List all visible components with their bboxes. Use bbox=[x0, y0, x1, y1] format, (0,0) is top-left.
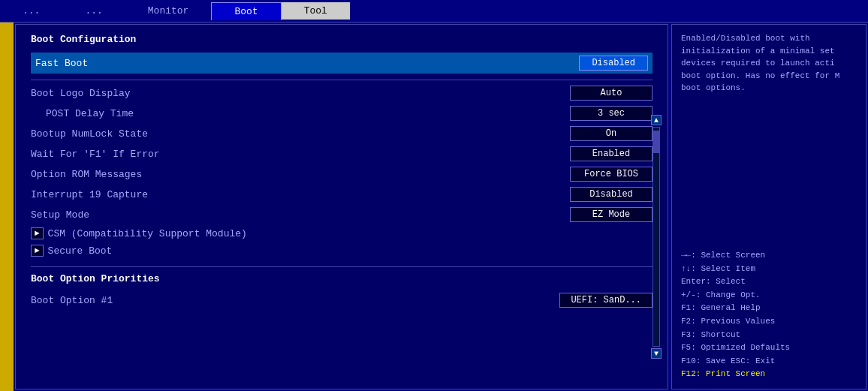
setting-numlock[interactable]: Bootup NumLock State On bbox=[31, 125, 653, 142]
setting-label-numlock: Bootup NumLock State bbox=[31, 128, 570, 140]
right-help-panel: Enabled/Disabled boot with initializatio… bbox=[671, 24, 866, 389]
submenu-arrow-secure-boot: ► bbox=[31, 245, 44, 257]
setting-label-option-rom: Option ROM Messages bbox=[31, 169, 570, 180]
keybind-section: →←: Select Screen ↑↓: Select Item Enter:… bbox=[681, 249, 857, 381]
fast-boot-value: Disabled bbox=[579, 56, 648, 71]
scrollbar[interactable]: ▲ ▼ bbox=[651, 115, 662, 359]
setting-boot-logo[interactable]: Boot Logo Display Auto bbox=[31, 85, 653, 101]
keybind-f3: F3: Shortcut bbox=[681, 329, 857, 342]
scrollbar-up[interactable]: ▲ bbox=[651, 115, 662, 125]
top-navigation: ... ... Monitor Boot Tool bbox=[0, 0, 868, 23]
setting-value-option-rom: Force BIOS bbox=[570, 167, 653, 182]
submenu-secure-boot[interactable]: ► Secure Boot bbox=[31, 244, 653, 257]
keybind-f5: F5: Optimized Defaults bbox=[681, 341, 857, 355]
boot-priorities-section: Boot Option Priorities Boot Option #1 UE… bbox=[31, 266, 653, 308]
submenu-csm[interactable]: ► CSM (Compatibility Support Module) bbox=[31, 227, 653, 240]
setting-value-boot-logo: Auto bbox=[570, 86, 653, 101]
keybind-f1: F1: General Help bbox=[681, 302, 857, 315]
nav-item-ai[interactable]: ... bbox=[62, 2, 125, 20]
setting-option-rom[interactable]: Option ROM Messages Force BIOS bbox=[31, 166, 653, 182]
submenu-label-csm: CSM (Compatibility Support Module) bbox=[48, 228, 247, 239]
setting-label-boot-logo: Boot Logo Display bbox=[31, 88, 570, 99]
setting-setup-mode[interactable]: Setup Mode EZ Mode bbox=[31, 206, 653, 223]
center-panel: Boot Configuration Fast Boot Disabled Bo… bbox=[15, 24, 668, 389]
fast-boot-label: Fast Boot bbox=[35, 58, 579, 69]
setting-label-setup-mode: Setup Mode bbox=[31, 209, 570, 221]
keybind-change-opt: +/-: Change Opt. bbox=[681, 289, 857, 302]
submenu-label-secure-boot: Secure Boot bbox=[48, 245, 113, 257]
scrollbar-down[interactable]: ▼ bbox=[651, 348, 662, 359]
setting-value-post-delay: 3 sec bbox=[570, 106, 653, 121]
left-strip-decoration bbox=[0, 23, 14, 391]
setting-label-interrupt19: Interrupt 19 Capture bbox=[31, 189, 570, 200]
setting-value-setup-mode: EZ Mode bbox=[570, 207, 653, 222]
nav-item-monitor[interactable]: Monitor bbox=[125, 2, 212, 20]
nav-item-tool[interactable]: Tool bbox=[282, 2, 350, 20]
boot-option-1-value: UEFI: SanD... bbox=[559, 293, 653, 308]
keybind-f2: F2: Previous Values bbox=[681, 315, 857, 329]
help-description: Enabled/Disabled boot with initializatio… bbox=[681, 32, 857, 242]
setting-interrupt19[interactable]: Interrupt 19 Capture Disabled bbox=[31, 186, 653, 203]
keybind-select-screen: →←: Select Screen bbox=[681, 249, 857, 263]
boot-priorities-title: Boot Option Priorities bbox=[31, 273, 653, 284]
fast-boot-row[interactable]: Fast Boot Disabled bbox=[31, 53, 653, 74]
keybind-f12: F12: Print Screen bbox=[681, 368, 857, 381]
setting-value-interrupt19: Disabled bbox=[570, 187, 653, 202]
boot-option-1-row[interactable]: Boot Option #1 UEFI: SanD... bbox=[31, 292, 653, 308]
main-area: Boot Configuration Fast Boot Disabled Bo… bbox=[0, 23, 868, 391]
keybind-f10: F10: Save ESC: Exit bbox=[681, 355, 857, 368]
scrollbar-thumb bbox=[653, 131, 659, 153]
boot-option-1-label: Boot Option #1 bbox=[31, 295, 559, 306]
divider-1 bbox=[31, 80, 653, 80]
setting-value-wait-f1: Enabled bbox=[570, 146, 653, 161]
submenu-arrow-csm: ► bbox=[31, 227, 44, 239]
setting-label-wait-f1: Wait For 'F1' If Error bbox=[31, 149, 570, 160]
scrollbar-track bbox=[653, 127, 660, 347]
keybind-enter: Enter: Select bbox=[681, 275, 857, 289]
nav-item-boot[interactable]: Boot bbox=[211, 2, 281, 20]
setting-value-numlock: On bbox=[570, 126, 653, 141]
keybind-select-item: ↑↓: Select Item bbox=[681, 263, 857, 276]
section-title: Boot Configuration bbox=[31, 34, 653, 45]
setting-wait-f1[interactable]: Wait For 'F1' If Error Enabled bbox=[31, 146, 653, 162]
setting-label-post-delay: POST Delay Time bbox=[31, 108, 570, 119]
setting-post-delay[interactable]: POST Delay Time 3 sec bbox=[31, 105, 653, 122]
nav-item-main[interactable]: ... bbox=[0, 2, 62, 20]
